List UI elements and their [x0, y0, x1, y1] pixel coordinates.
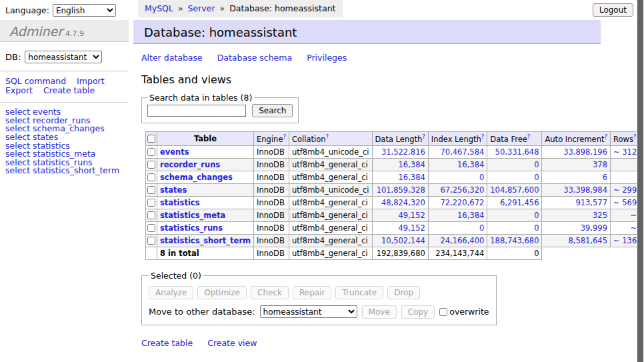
help-link[interactable]: ?	[604, 133, 607, 140]
language-select[interactable]: English	[53, 4, 116, 17]
table-name-link[interactable]: statistics_meta	[160, 211, 225, 220]
table-row: statesInnoDButf8mb4_unicode_ci101,859,32…	[146, 183, 644, 196]
table-row: statistics_metaInnoDButf8mb4_general_ci4…	[146, 209, 644, 221]
move-database-select[interactable]: homeassistant	[260, 305, 357, 318]
row-checkbox[interactable]	[147, 186, 155, 194]
row-checkbox[interactable]	[147, 237, 155, 245]
selected-fieldset: Selected (0) AnalyzeOptimizeCheckRepairT…	[141, 271, 497, 325]
search-legend: Search data in tables (8)	[147, 93, 254, 103]
data_length-cell: 16,384	[372, 171, 428, 183]
sidebar-action-link[interactable]: Create table	[43, 86, 95, 95]
data_free-cell: 0	[487, 247, 542, 259]
sidebar-actions: SQL commandImportExportCreate table	[5, 77, 115, 95]
table-name-link[interactable]: states	[160, 185, 187, 195]
scrollbar-thumb[interactable]	[637, 0, 643, 362]
select-all-checkbox[interactable]	[147, 135, 155, 143]
engine-cell: InnoDB	[254, 171, 289, 183]
collation-cell: utf8mb4_general_ci	[289, 221, 372, 234]
index_length-cell: 16,384	[428, 158, 487, 171]
column-header: Data Free?	[487, 132, 542, 146]
row-checkbox[interactable]	[147, 173, 155, 181]
selected-buttons: AnalyzeOptimizeCheckRepairTruncateDrop	[149, 286, 489, 299]
data_length-cell: 16,384	[372, 158, 428, 171]
select-all-cell	[146, 132, 157, 146]
db-select[interactable]: homeassistant	[25, 51, 102, 63]
tables-list-header: TableEngine?Collation?Data Length?Index …	[146, 132, 644, 146]
overwrite-checkbox[interactable]	[439, 308, 447, 316]
breadcrumb-server-type-link[interactable]: MySQL	[145, 3, 173, 13]
search-button[interactable]: Search	[252, 104, 293, 117]
table-name-link[interactable]: statistics_runs	[160, 223, 223, 233]
column-header: Data Length?	[372, 132, 428, 146]
repair-button[interactable]: Repair	[293, 286, 331, 299]
collation-cell: utf8mb4_general_ci	[289, 158, 372, 171]
help-link[interactable]: ?	[326, 133, 329, 140]
help-link[interactable]: ?	[527, 133, 531, 140]
data_free-cell: 188,743,680	[487, 234, 542, 247]
help-link[interactable]: ?	[633, 133, 637, 140]
check-button[interactable]: Check	[251, 286, 289, 299]
table-name-link[interactable]: schema_changes	[160, 173, 233, 182]
help-link[interactable]: ?	[283, 133, 286, 140]
copy-button[interactable]: Copy	[401, 305, 435, 319]
table-row: recorder_runsInnoDButf8mb4_general_ci16,…	[146, 158, 644, 171]
index_length-cell: 16,384	[428, 209, 487, 221]
collation-cell: utf8mb4_general_ci	[289, 234, 372, 247]
row-checkbox[interactable]	[147, 199, 155, 207]
table-name-link[interactable]: statistics_short_term	[160, 236, 251, 245]
tables-section-title: Tables and views	[141, 73, 601, 86]
sidebar-action-link[interactable]: Export	[5, 86, 33, 95]
column-header: Auto Increment?	[542, 132, 611, 146]
index_length-cell: 24,166,400	[428, 234, 487, 247]
create-link[interactable]: Create view	[207, 338, 257, 348]
table-row: schema_changesInnoDButf8mb4_general_ci16…	[146, 171, 644, 183]
engine-cell: InnoDB	[254, 234, 289, 247]
help-link[interactable]: ?	[481, 133, 485, 140]
auto_increment-cell: 8,581,645	[542, 234, 611, 247]
collation-cell: utf8mb4_general_ci	[289, 247, 372, 259]
row-checkbox[interactable]	[147, 211, 155, 219]
database-action-link[interactable]: Privileges	[307, 53, 347, 63]
index_length-cell: 234,143,744	[428, 247, 487, 259]
column-header: Table	[157, 132, 254, 146]
auto_increment-cell: 33,898,196	[542, 145, 611, 158]
collation-cell: utf8mb4_general_ci	[289, 171, 372, 183]
sidebar-action-link[interactable]: SQL command	[5, 77, 66, 85]
db-label: DB:	[5, 52, 21, 62]
truncate-button[interactable]: Truncate	[335, 286, 383, 299]
help-link[interactable]: ?	[422, 133, 425, 140]
brand-bar: Adminer4.7.9	[0, 20, 129, 42]
engine-cell: InnoDB	[254, 209, 289, 221]
move-button[interactable]: Move	[362, 305, 397, 319]
data_free-cell: 0	[487, 209, 542, 221]
breadcrumb-separator: »	[178, 3, 183, 13]
search-input[interactable]	[147, 105, 246, 117]
sidebar-action-link[interactable]: Import	[77, 77, 105, 85]
auto_increment-cell: 33,398,984	[542, 183, 611, 196]
create-link[interactable]: Create table	[141, 338, 193, 348]
optimize-button[interactable]: Optimize	[197, 286, 247, 299]
breadcrumb-server-link[interactable]: Server	[188, 3, 215, 13]
database-action-links: Alter databaseDatabase schemaPrivileges	[141, 53, 601, 63]
drop-button[interactable]: Drop	[387, 286, 420, 299]
row-checkbox[interactable]	[147, 161, 155, 169]
row-checkbox[interactable]	[147, 224, 155, 232]
engine-cell: InnoDB	[254, 145, 289, 158]
data_length-cell: 49,152	[372, 209, 428, 221]
table-name-link[interactable]: statistics	[160, 198, 200, 207]
analyze-button[interactable]: Analyze	[149, 286, 193, 299]
adminer-logo[interactable]: Adminer	[9, 24, 63, 39]
sidebar-divider	[0, 71, 129, 71]
logout-button[interactable]: Logout	[593, 3, 633, 17]
collation-cell: utf8mb4_general_ci	[289, 196, 372, 209]
sidebar-select-link[interactable]: select statistics_short_term	[5, 167, 123, 175]
row-checkbox[interactable]	[147, 148, 155, 156]
database-action-link[interactable]: Alter database	[141, 53, 203, 63]
database-action-link[interactable]: Database schema	[217, 53, 292, 63]
engine-cell: InnoDB	[254, 183, 289, 196]
data_free-cell: 0	[487, 171, 542, 183]
table-name-link[interactable]: recorder_runs	[160, 160, 220, 169]
table-name-link[interactable]: events	[160, 147, 189, 157]
page-scrollbar[interactable]	[637, 0, 644, 362]
table-total-row: 8 in totalInnoDButf8mb4_general_ci192,83…	[146, 247, 644, 259]
